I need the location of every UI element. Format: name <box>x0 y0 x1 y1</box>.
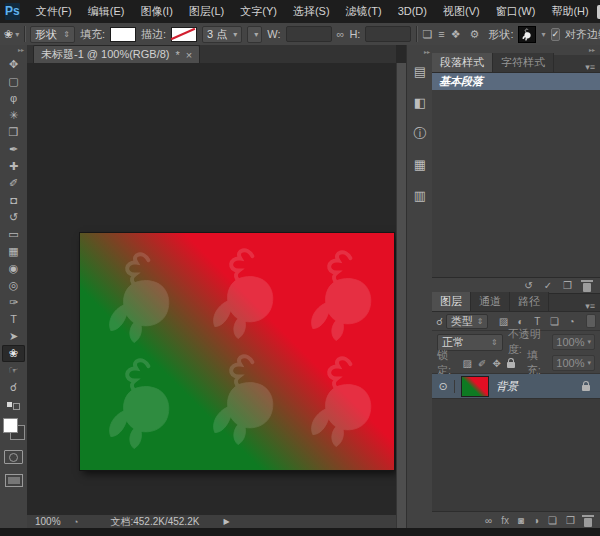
dock-collapse-icon[interactable]: ▸▸ <box>407 45 433 63</box>
adjustments-panel-icon[interactable]: ▤ <box>410 63 430 81</box>
crop-tool[interactable]: ❒ <box>2 124 25 141</box>
lasso-tool[interactable]: φ <box>2 90 25 107</box>
menu-window[interactable]: 窗口(W) <box>488 0 544 23</box>
swatches-panel-icon[interactable]: ◧ <box>410 94 430 112</box>
layer-visibility-eye-icon[interactable]: ⊙ <box>432 380 455 393</box>
menu-type[interactable]: 文字(Y) <box>232 0 285 23</box>
blur-tool[interactable]: ◉ <box>2 260 25 277</box>
menu-image[interactable]: 图像(I) <box>132 0 180 23</box>
layer-group-icon[interactable]: ❏ <box>548 515 557 526</box>
toolbar-collapse-icon[interactable]: ▸▸ <box>0 45 27 56</box>
path-align-icon[interactable]: ≡ <box>438 28 444 41</box>
delete-style-icon[interactable] <box>583 283 591 292</box>
dodge-tool[interactable]: ◎ <box>2 277 25 294</box>
quick-selection-tool[interactable]: ✳ <box>2 107 25 124</box>
menu-help[interactable]: 帮助(H) <box>543 0 596 23</box>
gear-icon[interactable]: ⚙ <box>470 28 480 41</box>
menu-3d[interactable]: 3D(D) <box>390 0 435 23</box>
lock-paint-icon[interactable]: ✐ <box>478 358 486 369</box>
layer-thumbnail[interactable] <box>461 376 489 397</box>
canvas-pasteboard[interactable] <box>27 63 396 515</box>
status-expand-icon[interactable]: ▶ <box>223 517 229 526</box>
gradient-tool[interactable]: ▦ <box>2 243 25 260</box>
stroke-color-swatch[interactable] <box>171 27 197 42</box>
document-tab[interactable]: 未标题-1 @ 100%(RGB/8) * × <box>33 45 200 63</box>
filter-adjustment-icon[interactable]: ◐ <box>514 316 526 327</box>
custom-shape-tool[interactable]: ❀ <box>2 345 25 362</box>
default-colors-icon[interactable] <box>7 402 21 410</box>
type-tool[interactable]: T <box>2 311 25 328</box>
shape-width-input[interactable] <box>286 26 332 42</box>
paragraph-panel-icon[interactable]: ▥ <box>410 187 430 205</box>
quick-mask-button[interactable] <box>4 450 23 464</box>
layer-row-background[interactable]: ⊙ 背景 <box>432 374 600 399</box>
history-brush-tool[interactable]: ↺ <box>2 209 25 226</box>
path-selection-tool[interactable]: ➤ <box>2 328 25 345</box>
tab-character-styles[interactable]: 字符样式 <box>493 53 554 72</box>
tab-paths[interactable]: 路径 <box>510 292 549 311</box>
lock-move-icon[interactable]: ✥ <box>492 358 500 369</box>
eraser-tool[interactable]: ▭ <box>2 226 25 243</box>
opacity-value-dropdown[interactable]: 100% ▾ <box>552 334 595 350</box>
filter-toggle-switch[interactable] <box>586 314 596 328</box>
layer-mask-icon[interactable]: ◙ <box>518 515 524 526</box>
commit-icon[interactable]: ✓ <box>544 280 552 291</box>
tool-mode-dropdown[interactable]: 形状 ⇕ <box>30 26 75 43</box>
link-layers-icon[interactable]: ∞ <box>485 515 492 526</box>
current-tool-preset[interactable]: ❀ ▾ <box>4 28 19 41</box>
stroke-width-dropdown[interactable]: 3 点 ▾ <box>202 26 242 43</box>
healing-brush-tool[interactable]: ✚ <box>2 158 25 175</box>
tab-paragraph-styles[interactable]: 段落样式 <box>432 53 493 72</box>
marquee-tool[interactable]: ▢ <box>2 73 25 90</box>
menu-file[interactable]: 文件(F) <box>28 0 80 23</box>
menu-select[interactable]: 选择(S) <box>285 0 338 23</box>
path-operations-icon[interactable]: ❏ <box>422 28 432 41</box>
hand-tool[interactable]: ☞ <box>2 362 25 379</box>
layer-name[interactable]: 背景 <box>496 379 582 394</box>
lock-all-icon[interactable] <box>507 362 515 368</box>
fill-color-swatch[interactable] <box>110 27 136 42</box>
filter-type-icon[interactable]: T <box>531 316 543 327</box>
fill-value-dropdown[interactable]: 100% ▾ <box>552 355 595 371</box>
tab-channels[interactable]: 通道 <box>471 292 510 311</box>
screen-mode-button[interactable] <box>5 474 23 487</box>
shape-height-input[interactable] <box>365 26 411 42</box>
menu-layer[interactable]: 图层(L) <box>181 0 232 23</box>
info-panel-icon[interactable]: ⓘ <box>410 125 430 143</box>
pen-tool[interactable]: ✑ <box>2 294 25 311</box>
new-layer-icon[interactable]: ❐ <box>566 515 575 526</box>
path-arrange-icon[interactable]: ❖ <box>451 28 461 41</box>
paragraph-style-row[interactable]: 基本段落 <box>432 73 600 90</box>
brush-tool[interactable]: ✐ <box>2 175 25 192</box>
adjustment-layer-icon[interactable]: ◑ <box>533 515 539 526</box>
character-panel-icon[interactable]: ▦ <box>410 156 430 174</box>
panel-menu-icon[interactable]: ▾≡ <box>585 298 600 311</box>
foreground-color-swatch[interactable] <box>3 418 18 433</box>
minimize-button[interactable]: – <box>597 5 600 19</box>
stroke-type-dropdown[interactable]: ▾ <box>247 26 262 43</box>
tab-layers[interactable]: 图层 <box>432 292 471 311</box>
zoom-level-field[interactable]: 100% <box>35 516 65 527</box>
link-dimensions-icon[interactable]: ∞ <box>337 28 345 40</box>
align-edges-checkbox[interactable]: ✓ <box>551 28 561 41</box>
zoom-tool[interactable]: ☌ <box>2 379 25 396</box>
menu-view[interactable]: 视图(V) <box>435 0 488 23</box>
shape-picker-thumbnail[interactable] <box>518 26 536 43</box>
filter-kind-dropdown[interactable]: 类型 ⇕ <box>446 314 489 329</box>
filter-pixel-icon[interactable]: ▨ <box>497 316 509 327</box>
delete-layer-icon[interactable] <box>584 518 592 527</box>
menu-filter[interactable]: 滤镜(T) <box>338 0 390 23</box>
close-tab-icon[interactable]: × <box>186 49 192 61</box>
filter-shape-icon[interactable]: ❏ <box>548 316 560 327</box>
canvas-image[interactable] <box>80 233 394 470</box>
new-style-icon[interactable]: ❐ <box>563 280 572 291</box>
filter-smart-object-icon[interactable]: ◔ <box>565 316 577 327</box>
clone-stamp-tool[interactable]: ◘ <box>2 192 25 209</box>
chevron-down-icon[interactable]: ▾ <box>541 30 545 39</box>
layer-effects-icon[interactable]: fx <box>501 515 509 526</box>
menu-edit[interactable]: 编辑(E) <box>80 0 133 23</box>
lock-transparency-icon[interactable]: ▨ <box>463 358 472 369</box>
panel-menu-icon[interactable]: ▾≡ <box>585 59 600 72</box>
clear-override-icon[interactable]: ↺ <box>524 280 532 291</box>
eyedropper-tool[interactable]: ✒ <box>2 141 25 158</box>
